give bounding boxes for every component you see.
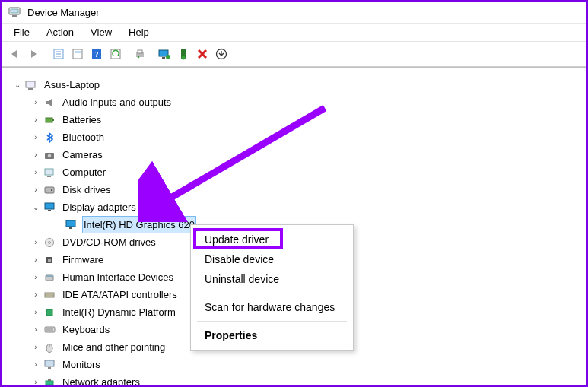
help-icon[interactable]: ? bbox=[87, 45, 106, 63]
back-button[interactable] bbox=[6, 45, 24, 63]
cm-properties[interactable]: Properties bbox=[191, 325, 353, 345]
display-icon bbox=[64, 219, 78, 231]
bluetooth-icon bbox=[43, 132, 56, 144]
mouse-icon bbox=[43, 341, 56, 354]
camera-icon bbox=[43, 149, 56, 161]
hid-icon bbox=[43, 271, 56, 284]
menu-help[interactable]: Help bbox=[121, 24, 157, 40]
svg-text:?: ? bbox=[95, 49, 99, 59]
chevron-right-icon[interactable]: › bbox=[30, 342, 41, 353]
tree-category-label: Firmware bbox=[61, 251, 105, 268]
menubar: File Action View Help bbox=[2, 23, 586, 41]
install-icon[interactable] bbox=[174, 45, 192, 63]
properties-icon[interactable] bbox=[68, 45, 87, 63]
device-manager-icon bbox=[8, 5, 21, 19]
chip-icon bbox=[43, 306, 56, 319]
titlebar: Device Manager bbox=[2, 2, 586, 23]
tree-category-label: Human Interface Devices bbox=[61, 268, 175, 286]
chevron-right-icon[interactable]: › bbox=[30, 237, 41, 248]
tree-root[interactable]: ⌄ Asus-Laptop bbox=[8, 76, 586, 94]
uninstall-icon[interactable] bbox=[193, 45, 211, 63]
svg-point-36 bbox=[49, 241, 51, 243]
audio-icon bbox=[43, 97, 56, 109]
tree-category[interactable]: ›Network adapters bbox=[8, 373, 586, 387]
tree-device-label: Intel(R) HD Graphics 620 bbox=[82, 216, 196, 233]
svg-rect-49 bbox=[48, 367, 51, 369]
svg-rect-2 bbox=[12, 15, 17, 17]
chevron-right-icon[interactable]: › bbox=[30, 272, 41, 283]
tree-category-label: Bluetooth bbox=[61, 128, 106, 146]
window-title: Device Manager bbox=[27, 7, 100, 18]
tree-category-label: Display adapters bbox=[61, 198, 138, 216]
tree-category[interactable]: ›Cameras bbox=[8, 146, 586, 163]
computer-cat-icon bbox=[43, 167, 56, 179]
computer-icon bbox=[24, 79, 38, 91]
tree-category-label: Batteries bbox=[61, 111, 103, 128]
enable-device-icon[interactable] bbox=[155, 45, 173, 63]
tree-category[interactable]: ›Computer bbox=[8, 163, 586, 181]
menu-view[interactable]: View bbox=[83, 24, 119, 40]
svg-rect-31 bbox=[45, 203, 54, 209]
update-icon[interactable] bbox=[212, 45, 230, 63]
cm-uninstall-device[interactable]: Uninstall device bbox=[191, 269, 353, 289]
chevron-right-icon[interactable]: › bbox=[30, 132, 41, 143]
print-icon[interactable] bbox=[131, 45, 149, 63]
svg-rect-27 bbox=[45, 169, 53, 175]
chevron-right-icon[interactable]: › bbox=[30, 377, 41, 388]
tree-category[interactable]: ›Monitors bbox=[8, 356, 586, 373]
show-all-icon[interactable] bbox=[49, 45, 68, 63]
chevron-right-icon[interactable]: › bbox=[30, 167, 41, 178]
tree-category[interactable]: ›Audio inputs and outputs bbox=[8, 94, 586, 111]
chevron-right-icon[interactable]: › bbox=[30, 360, 41, 370]
chevron-down-icon[interactable]: ⌄ bbox=[30, 202, 41, 213]
svg-rect-28 bbox=[47, 176, 51, 177]
network-icon bbox=[43, 376, 56, 388]
svg-rect-42 bbox=[46, 309, 52, 316]
chevron-right-icon[interactable]: › bbox=[30, 150, 41, 160]
monitor-icon bbox=[43, 359, 56, 371]
svg-rect-23 bbox=[46, 118, 52, 122]
tree-category[interactable]: ›Batteries bbox=[8, 111, 586, 128]
cm-update-driver[interactable]: Update driver bbox=[191, 230, 353, 249]
chevron-right-icon[interactable]: › bbox=[30, 307, 41, 318]
svg-point-19 bbox=[182, 56, 186, 60]
chevron-down-icon[interactable]: ⌄ bbox=[12, 80, 23, 90]
tree-category-label: Audio inputs and outputs bbox=[61, 94, 173, 111]
toolbar: ? bbox=[2, 41, 586, 67]
tree-category-label: DVD/CD-ROM drives bbox=[61, 233, 157, 251]
tree-category[interactable]: ›Disk drives bbox=[8, 181, 586, 198]
cm-separator bbox=[197, 321, 347, 322]
chevron-right-icon[interactable]: › bbox=[30, 325, 41, 335]
svg-point-17 bbox=[166, 55, 170, 59]
display-icon bbox=[43, 201, 56, 214]
tree-category-label: Cameras bbox=[61, 146, 104, 163]
chevron-right-icon[interactable]: › bbox=[30, 290, 41, 300]
tree-category-label: Intel(R) Dynamic Platform bbox=[61, 303, 177, 321]
chevron-right-icon[interactable]: › bbox=[30, 185, 41, 195]
forward-button[interactable] bbox=[25, 45, 43, 63]
tree-category-label: Keyboards bbox=[61, 321, 111, 338]
svg-point-30 bbox=[51, 189, 52, 190]
tree-category[interactable]: ›Bluetooth bbox=[8, 128, 586, 146]
ide-icon bbox=[43, 289, 56, 301]
chevron-right-icon[interactable]: › bbox=[30, 115, 41, 125]
menu-file[interactable]: File bbox=[6, 24, 37, 40]
context-menu: Update driver Disable device Uninstall d… bbox=[190, 224, 354, 351]
svg-rect-40 bbox=[46, 275, 53, 277]
svg-rect-1 bbox=[11, 9, 18, 13]
cm-scan-hardware[interactable]: Scan for hardware changes bbox=[191, 297, 353, 317]
svg-rect-50 bbox=[46, 381, 53, 385]
svg-rect-22 bbox=[28, 88, 33, 90]
chevron-right-icon[interactable]: › bbox=[30, 97, 41, 108]
svg-point-14 bbox=[138, 56, 140, 59]
dvd-icon bbox=[43, 236, 56, 249]
tree-category-display[interactable]: ⌄Display adapters bbox=[8, 198, 586, 216]
firmware-icon bbox=[43, 254, 56, 266]
svg-rect-8 bbox=[75, 51, 81, 53]
refresh-icon[interactable] bbox=[106, 45, 125, 63]
cm-disable-device[interactable]: Disable device bbox=[191, 249, 353, 269]
svg-rect-32 bbox=[48, 210, 51, 211]
chevron-right-icon[interactable]: › bbox=[30, 255, 41, 265]
svg-rect-41 bbox=[45, 293, 54, 297]
menu-action[interactable]: Action bbox=[39, 24, 81, 40]
